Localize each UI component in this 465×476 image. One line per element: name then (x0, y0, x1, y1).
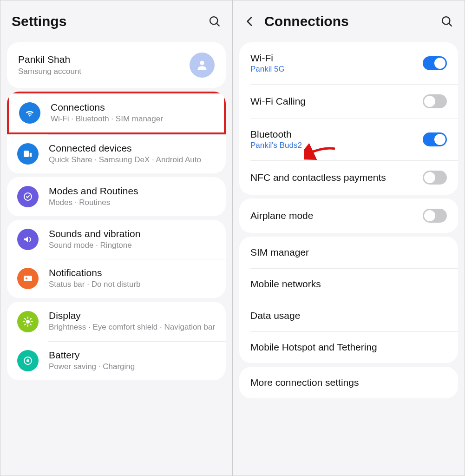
settings-panel: Settings Pankil Shah Samsung account Con… (0, 0, 233, 476)
connection-row-airplane-mode[interactable]: Airplane mode (239, 198, 458, 233)
row-sub: Wi-Fi · Bluetooth · SIM manager (51, 114, 214, 124)
row-text: Sounds and vibrationSound mode · Rington… (49, 228, 216, 251)
row-sub: Pankil's Buds2 (250, 141, 423, 150)
connection-row-mobile-hotspot-and-tethering[interactable]: Mobile Hotspot and Tethering (239, 331, 458, 363)
avatar[interactable] (190, 53, 215, 78)
devices-icon (17, 143, 39, 165)
connection-row-nfc-and-contactless-payments[interactable]: NFC and contactless payments (239, 160, 458, 195)
settings-group: DisplayBrightness · Eye comfort shield ·… (7, 302, 226, 380)
toggle-switch[interactable] (423, 171, 447, 185)
svg-rect-4 (29, 152, 32, 157)
settings-row-modes-and-routines[interactable]: Modes and RoutinesModes · Routines (7, 177, 226, 216)
settings-group: ConnectionsWi-Fi · Bluetooth · SIM manag… (7, 92, 226, 173)
account-card[interactable]: Pankil Shah Samsung account (7, 42, 226, 88)
row-sub: Quick Share · Samsung DeX · Android Auto (49, 155, 216, 165)
connections-group: Airplane mode (239, 198, 458, 233)
row-text: DisplayBrightness · Eye comfort shield ·… (49, 310, 216, 332)
row-title: SIM manager (250, 247, 447, 258)
row-title: Battery (49, 350, 216, 361)
settings-row-battery[interactable]: BatteryPower saving · Charging (7, 341, 226, 380)
svg-line-1 (216, 23, 219, 26)
connection-row-wi-fi-calling[interactable]: Wi-Fi Calling (239, 84, 458, 119)
routines-icon (17, 186, 39, 207)
row-title: Connections (51, 102, 214, 113)
page-title: Connections (264, 13, 440, 29)
svg-point-18 (26, 359, 29, 362)
settings-group: Modes and RoutinesModes · Routines (7, 177, 226, 216)
settings-row-sounds-and-vibration[interactable]: Sounds and vibrationSound mode · Rington… (7, 220, 226, 259)
toggle-switch[interactable] (423, 209, 447, 223)
settings-row-connections[interactable]: ConnectionsWi-Fi · Bluetooth · SIM manag… (7, 92, 226, 134)
row-title: More connection settings (250, 377, 447, 388)
toggle-switch[interactable] (423, 94, 447, 108)
row-sub: Sound mode · Ringtone (49, 240, 216, 251)
row-title: Mobile networks (250, 278, 447, 290)
toggle-switch[interactable] (423, 56, 447, 70)
row-title: Modes and Routines (49, 185, 216, 197)
svg-rect-6 (24, 276, 32, 281)
settings-group: Sounds and vibrationSound mode · Rington… (7, 220, 226, 298)
connection-row-more-connection-settings[interactable]: More connection settings (239, 367, 458, 398)
battery-icon (17, 350, 39, 371)
search-icon[interactable] (440, 15, 453, 28)
connection-row-wi-fi[interactable]: Wi-FiPankil 5G (239, 42, 458, 84)
row-text: NotificationsStatus bar · Do not disturb (49, 267, 216, 290)
connection-row-mobile-networks[interactable]: Mobile networks (239, 268, 458, 300)
row-text: Airplane mode (250, 210, 423, 221)
connections-group: More connection settings (239, 367, 458, 398)
svg-line-14 (30, 324, 31, 325)
connections-group: SIM managerMobile networksData usageMobi… (239, 237, 458, 363)
svg-line-16 (25, 324, 26, 325)
row-text: Wi-FiPankil 5G (250, 53, 423, 74)
row-sub: Status bar · Do not disturb (49, 279, 216, 290)
row-text: BatteryPower saving · Charging (49, 350, 216, 372)
row-sub: Pankil 5G (250, 65, 423, 74)
row-text: NFC and contactless payments (250, 172, 423, 183)
row-text: Wi-Fi Calling (250, 96, 423, 107)
row-title: Data usage (250, 310, 447, 321)
settings-row-notifications[interactable]: NotificationsStatus bar · Do not disturb (7, 259, 226, 298)
row-text: Data usage (250, 310, 447, 321)
row-title: Wi-Fi (250, 53, 423, 64)
svg-point-7 (26, 278, 27, 279)
search-icon[interactable] (208, 15, 221, 28)
row-text: BluetoothPankil's Buds2 (250, 129, 423, 150)
sound-icon (17, 229, 39, 250)
svg-point-2 (200, 61, 204, 65)
row-text: ConnectionsWi-Fi · Bluetooth · SIM manag… (51, 102, 214, 124)
connection-row-sim-manager[interactable]: SIM manager (239, 237, 458, 268)
connection-row-data-usage[interactable]: Data usage (239, 300, 458, 331)
svg-point-8 (26, 320, 30, 324)
row-text: Modes and RoutinesModes · Routines (49, 185, 216, 208)
notif-icon (17, 268, 39, 289)
row-text: Mobile networks (250, 278, 447, 290)
account-text: Pankil Shah Samsung account (18, 54, 190, 76)
wifi-icon (19, 102, 40, 124)
svg-line-20 (449, 23, 452, 26)
row-title: Display (49, 310, 216, 321)
account-sub: Samsung account (18, 67, 190, 76)
row-text: SIM manager (250, 247, 447, 258)
connection-row-bluetooth[interactable]: BluetoothPankil's Buds2 (239, 119, 458, 160)
settings-row-connected-devices[interactable]: Connected devicesQuick Share · Samsung D… (7, 134, 226, 173)
svg-line-13 (25, 318, 26, 319)
svg-point-0 (210, 17, 217, 24)
row-title: Bluetooth (250, 129, 423, 140)
row-title: Wi-Fi Calling (250, 96, 423, 107)
row-title: NFC and contactless payments (250, 172, 423, 183)
svg-rect-3 (24, 151, 29, 157)
row-title: Mobile Hotspot and Tethering (250, 342, 447, 353)
row-sub: Modes · Routines (49, 198, 216, 208)
settings-row-display[interactable]: DisplayBrightness · Eye comfort shield ·… (7, 302, 226, 341)
row-sub: Power saving · Charging (49, 362, 216, 372)
row-title: Sounds and vibration (49, 228, 216, 239)
back-icon[interactable] (244, 15, 256, 27)
row-title: Connected devices (49, 143, 216, 154)
page-title: Settings (12, 13, 208, 29)
connections-panel: Connections Wi-FiPankil 5GWi-Fi CallingB… (233, 0, 465, 476)
row-text: More connection settings (250, 377, 447, 388)
connections-header: Connections (233, 0, 465, 39)
display-icon (17, 311, 39, 332)
connections-group: Wi-FiPankil 5GWi-Fi CallingBluetoothPank… (239, 42, 458, 195)
toggle-switch[interactable] (423, 132, 447, 146)
